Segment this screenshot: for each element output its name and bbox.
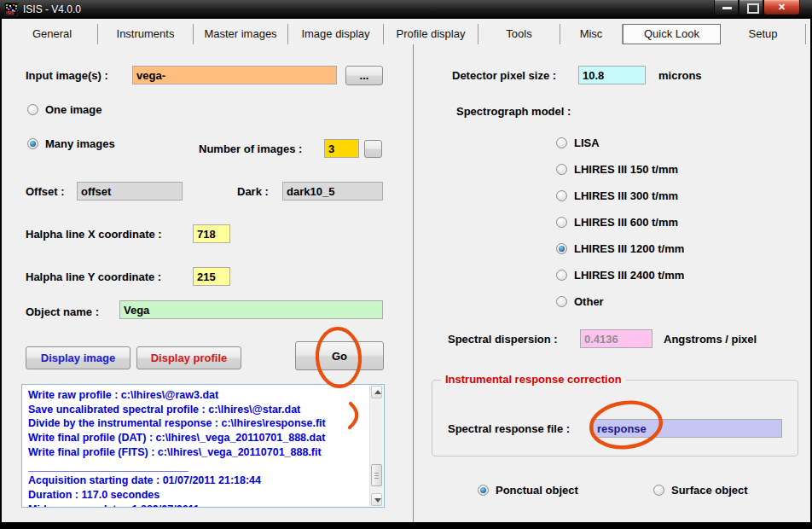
tab-master-images[interactable]: Master images — [194, 24, 288, 44]
main-content: General Instruments Master images Image … — [2, 19, 810, 522]
many-images-option[interactable]: Many images — [27, 137, 115, 150]
halpha-x-label: Halpha line X coordinate : — [26, 228, 162, 241]
arrow-up-icon — [374, 390, 381, 394]
isis-window: { "window": { "title": "ISIS - V4.0.0", … — [0, 0, 812, 529]
object-name-field[interactable] — [119, 300, 383, 319]
log-scrollbar[interactable] — [369, 386, 383, 506]
lhires-1200-label: LHIRES III 1200 t/mm — [574, 242, 684, 255]
app-icon — [4, 3, 18, 16]
spectrograph-model-label: Spectrograph model : — [456, 105, 571, 118]
scroll-down-button[interactable] — [371, 493, 382, 506]
spectrograph-option-2400[interactable]: LHIRES III 2400 t/mm — [556, 269, 684, 282]
lhires-600-radio[interactable] — [556, 217, 567, 228]
spectrograph-option-other[interactable]: Other — [556, 295, 604, 308]
log-line: Divide by the instrumental response : c:… — [22, 416, 384, 431]
scrollbar-thumb[interactable] — [371, 464, 382, 486]
log-line: Mid-exposure date : 1.889/07/2011 — [22, 503, 384, 508]
display-image-button[interactable]: Display image — [26, 346, 130, 369]
halpha-x-field[interactable] — [193, 224, 230, 243]
spectral-dispersion-field[interactable] — [580, 329, 652, 348]
number-of-images-label: Number of images : — [199, 142, 302, 155]
halpha-y-label: Halpha line Y coordinate : — [26, 270, 161, 283]
processing-log[interactable]: Write raw profile : c:\lhires\@raw3.dat … — [21, 384, 385, 508]
surface-object-option[interactable]: Surface object — [653, 484, 748, 497]
minimize-button[interactable] — [714, 0, 739, 15]
panel-divider — [413, 44, 414, 522]
one-image-option[interactable]: One image — [27, 103, 102, 116]
spectrograph-option-150[interactable]: LHIRES III 150 t/mm — [556, 163, 678, 176]
halpha-y-field[interactable] — [193, 267, 230, 286]
log-line: Duration : 117.0 secondes — [22, 488, 384, 503]
close-button[interactable]: ✕ — [763, 0, 800, 15]
object-name-label: Object name : — [26, 305, 99, 318]
lisa-label: LISA — [574, 137, 600, 149]
dark-field[interactable] — [282, 182, 383, 201]
go-button[interactable]: Go — [295, 341, 384, 370]
ponctual-object-label: Ponctual object — [496, 484, 578, 497]
surface-object-radio[interactable] — [653, 485, 664, 496]
offset-label: Offset : — [26, 185, 65, 198]
log-line: Write final profile (FITS) : c:\lhires\_… — [22, 445, 384, 460]
browse-input-images-button[interactable]: ... — [345, 66, 383, 85]
number-of-images-picker-button[interactable] — [364, 140, 382, 158]
detector-pixel-size-label: Detector pixel size : — [452, 69, 556, 82]
spectrograph-option-lisa[interactable]: LISA — [556, 137, 600, 149]
lhires-600-label: LHIRES III 600 t/mm — [574, 216, 678, 229]
tab-tools[interactable]: Tools — [478, 24, 560, 44]
tab-misc[interactable]: Misc — [560, 24, 623, 44]
lhires-2400-radio[interactable] — [556, 270, 567, 281]
lhires-150-radio[interactable] — [556, 164, 567, 175]
detector-unit-label: microns — [658, 69, 702, 82]
tab-quick-look[interactable]: Quick Look — [623, 24, 721, 44]
tab-general[interactable]: General — [7, 24, 98, 44]
spectrograph-option-1200[interactable]: LHIRES III 1200 t/mm — [556, 242, 684, 255]
detector-pixel-size-field[interactable] — [578, 66, 646, 84]
tab-strip: General Instruments Master images Image … — [7, 24, 806, 44]
tab-instruments[interactable]: Instruments — [98, 24, 194, 44]
window-controls: ✕ — [714, 0, 800, 15]
log-separator-line: ___________________________ — [22, 460, 384, 474]
tab-profile-display[interactable]: Profile display — [384, 24, 478, 44]
one-image-radio[interactable] — [27, 104, 38, 115]
ponctual-object-option[interactable]: Ponctual object — [478, 484, 578, 497]
other-radio[interactable] — [556, 296, 567, 307]
dark-label: Dark : — [237, 185, 269, 198]
arrow-down-icon — [374, 498, 381, 503]
surface-object-label: Surface object — [671, 484, 748, 497]
instrumental-response-title: Instrumental response correction — [441, 373, 626, 386]
other-label: Other — [574, 295, 604, 308]
input-images-field[interactable] — [132, 66, 337, 84]
lhires-300-radio[interactable] — [556, 190, 567, 201]
window-title: ISIS - V4.0.0 — [23, 3, 81, 15]
instrumental-response-groupbox: Instrumental response correction — [432, 380, 798, 456]
scroll-up-button[interactable] — [371, 386, 382, 398]
spectrograph-option-300[interactable]: LHIRES III 300 t/mm — [556, 189, 678, 202]
ponctual-object-radio[interactable] — [478, 485, 489, 496]
spectrograph-option-600[interactable]: LHIRES III 600 t/mm — [556, 216, 678, 229]
lhires-150-label: LHIRES III 150 t/mm — [574, 163, 678, 176]
lhires-2400-label: LHIRES III 2400 t/mm — [574, 269, 684, 282]
input-images-label: Input image(s) : — [26, 69, 108, 82]
lisa-radio[interactable] — [556, 137, 567, 148]
many-images-label: Many images — [45, 137, 115, 150]
number-of-images-field[interactable] — [324, 139, 359, 158]
display-profile-button[interactable]: Display profile — [136, 346, 241, 369]
lhires-1200-radio[interactable] — [556, 243, 567, 254]
spectral-response-file-label: Spectral response file : — [448, 422, 570, 435]
one-image-label: One image — [45, 103, 102, 116]
tab-image-display[interactable]: Image display — [288, 24, 384, 44]
lhires-300-label: LHIRES III 300 t/mm — [574, 189, 678, 202]
many-images-radio[interactable] — [27, 138, 38, 149]
spectral-dispersion-label: Spectral dispersion : — [448, 333, 558, 346]
offset-field[interactable] — [77, 182, 183, 201]
title-bar[interactable]: ISIS - V4.0.0 ✕ — [0, 0, 812, 19]
log-line: Write raw profile : c:\lhires\@raw3.dat — [22, 385, 384, 403]
log-line: Save uncalibrated spectral profile : c:\… — [22, 403, 384, 417]
tab-setup[interactable]: Setup — [721, 24, 806, 44]
dispersion-unit-label: Angstroms / pixel — [664, 333, 757, 346]
log-line: Write final profile (DAT) : c:\lhires\_v… — [22, 431, 384, 445]
log-line: Acquisition starting date : 01/07/2011 2… — [22, 474, 384, 488]
spectral-response-file-field[interactable] — [593, 419, 782, 438]
maximize-button[interactable] — [739, 0, 763, 15]
